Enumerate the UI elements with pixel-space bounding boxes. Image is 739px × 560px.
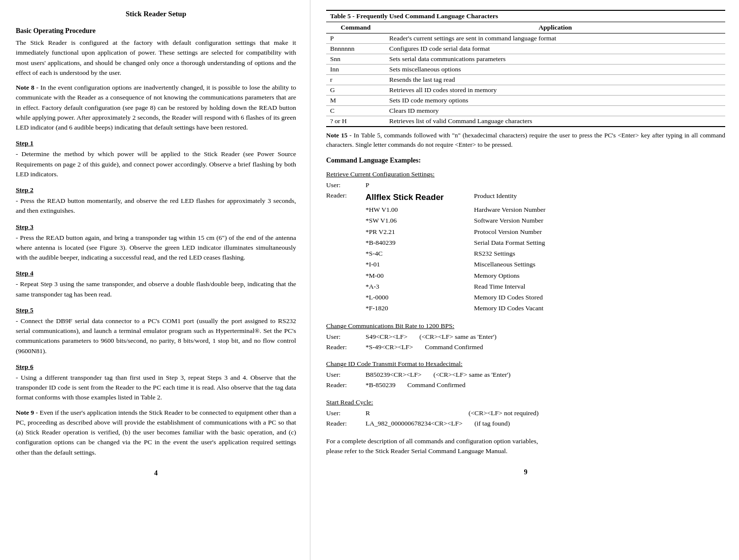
change-bps-block: Change Communications Bit Rate to 1200 B…	[326, 322, 725, 353]
note9: Note 9 - Even if the user's application …	[16, 408, 296, 458]
change-bps-reader-row: Reader: *S-49<CR><LF> Command Confirmed	[326, 342, 725, 352]
table-cell-command: P	[326, 33, 385, 44]
response-desc: Memory ID Codes Vacant	[474, 303, 725, 314]
step1-block: Step 1 - Determine the method by which p…	[16, 139, 296, 179]
table-cell-command: Bnnnnnn	[326, 44, 385, 54]
table-row: BnnnnnnConfigures ID code serial data fo…	[326, 44, 725, 54]
table-row: PReader's current settings are sent in c…	[326, 33, 725, 44]
response-val: *SW V1.06	[366, 215, 474, 226]
table-cell-command: G	[326, 85, 385, 96]
table-cell-command: Inn	[326, 65, 385, 75]
step4-text: - Repeat Step 3 using the same transpond…	[16, 279, 296, 299]
step6-block: Step 6 - Using a different transponder t…	[16, 363, 296, 403]
response-item: *L-0000Memory ID Codes Stored	[366, 292, 725, 303]
response-desc: Product Identity	[474, 191, 725, 204]
table-row: ? or HRetrieves list of valid Command La…	[326, 116, 725, 127]
step5-text: - Connect the DB9F serial data connector…	[16, 316, 296, 356]
table-title: Table 5 - Frequently Used Command Langua…	[330, 12, 498, 20]
response-item: *SW V1.06Software Version Number	[366, 215, 725, 226]
table-note-text: - In Table 5, commands followed with "n"…	[326, 132, 725, 148]
left-page-number: 4	[16, 469, 296, 477]
table-cell-command: r	[326, 75, 385, 85]
table-header-application: Application	[385, 22, 725, 33]
table-note-label: Note 15	[326, 132, 347, 139]
response-item: *F-1820Memory ID Codes Vacant	[366, 303, 725, 314]
change-bps-user-row: User: S49<CR><LF> (<CR><LF> same as 'Ent…	[326, 332, 725, 342]
change-hex-reader-label: Reader:	[326, 380, 366, 390]
response-desc: Serial Data Format Setting	[474, 237, 725, 248]
final-note-line2: please refer to the Stick Reader Serial …	[326, 446, 725, 456]
change-bps-user-note: (<CR><LF> same as 'Enter')	[419, 332, 496, 342]
start-read-user-val: R	[366, 408, 370, 418]
response-item: *PR V2.21Protocol Version Number	[366, 227, 725, 237]
step5-heading: Step 5	[16, 306, 296, 314]
change-bps-user-label: User:	[326, 332, 366, 342]
change-hex-block: Change ID Code Transmit Format to Hexade…	[326, 360, 725, 391]
retrieve-user-val: P	[366, 180, 370, 190]
left-page-title: Stick Reader Setup	[16, 10, 296, 18]
table-cell-application: Retrieves all ID codes stored in memory	[385, 85, 725, 96]
response-val: *B-840239	[366, 237, 474, 248]
step1-text: - Determine the method by which power wi…	[16, 149, 296, 179]
change-bps-user-val: S49<CR><LF>	[366, 332, 407, 342]
retrieve-reader-label: Reader:	[326, 191, 366, 314]
right-page-number: 9	[326, 468, 725, 476]
start-read-reader-note: (if tag found)	[474, 419, 510, 428]
command-table: Table 5 - Frequently Used Command Langua…	[326, 10, 725, 127]
response-val: *F-1820	[366, 303, 474, 314]
response-item: *S-4CRS232 Settings	[366, 248, 725, 259]
response-desc: Memory ID Codes Stored	[474, 292, 725, 303]
table-note: Note 15 - In Table 5, commands followed …	[326, 131, 725, 150]
response-val: *M-00	[366, 270, 474, 281]
response-desc: Hardware Version Number	[474, 204, 725, 215]
change-hex-user-label: User:	[326, 370, 366, 380]
change-hex-reader-val: *B-850239	[366, 380, 396, 390]
section1-para1: The Stick Reader is configured at the fa…	[16, 38, 296, 78]
table-row: InnSets miscellaneous options	[326, 65, 725, 75]
change-bps-reader-label: Reader:	[326, 342, 366, 352]
response-item: *HW V1.00Hardware Version Number	[366, 204, 725, 215]
final-note-line1: For a complete description of all comman…	[326, 436, 725, 446]
table-cell-application: Sets miscellaneous options	[385, 65, 725, 75]
final-note: For a complete description of all comman…	[326, 436, 725, 457]
response-item: Allflex Stick ReaderProduct Identity	[366, 191, 725, 204]
table-container: Table 5 - Frequently Used Command Langua…	[326, 10, 725, 127]
note9-label: Note 9	[16, 409, 34, 416]
table-header-command: Command	[326, 22, 385, 33]
retrieve-user-label: User:	[326, 180, 366, 190]
response-val: *I-01	[366, 259, 474, 270]
right-column: Table 5 - Frequently Used Command Langua…	[310, 0, 739, 560]
step6-heading: Step 6	[16, 363, 296, 371]
response-desc: Software Version Number	[474, 215, 725, 226]
change-hex-heading: Change ID Code Transmit Format to Hexade…	[326, 360, 725, 368]
response-desc: RS232 Settings	[474, 248, 725, 259]
change-hex-user-row: User: B850239<CR><LF> (<CR><LF> same as …	[326, 370, 725, 380]
response-val: *HW V1.00	[366, 204, 474, 215]
response-item: *A-3Read Time Interval	[366, 281, 725, 292]
retrieve-block: Retrieve Current Configuration Settings:…	[326, 170, 725, 314]
response-desc: Protocol Version Number	[474, 227, 725, 237]
response-item: *M-00Memory Options	[366, 270, 725, 281]
table-cell-application: Sets ID code memory options	[385, 96, 725, 106]
retrieve-responses: Allflex Stick ReaderProduct Identity*HW …	[366, 191, 725, 314]
response-val: *A-3	[366, 281, 474, 292]
step6-text: - Using a different transponder tag than…	[16, 373, 296, 403]
table-cell-command: C	[326, 106, 385, 116]
table-cell-command: Snn	[326, 54, 385, 65]
start-read-user-note: (<CR><LF> not required)	[469, 408, 538, 418]
step2-block: Step 2 - Press the READ button momentari…	[16, 186, 296, 216]
step3-heading: Step 3	[16, 223, 296, 231]
response-desc: Read Time Interval	[474, 281, 725, 292]
start-read-reader-val: LA_982_000000678234<CR><LF>	[366, 419, 463, 428]
step3-block: Step 3 - Press the READ button again, an…	[16, 223, 296, 263]
step5-block: Step 5 - Connect the DB9F serial data co…	[16, 306, 296, 356]
examples-heading: Command Language Examples:	[326, 157, 725, 165]
response-val: Allflex Stick Reader	[366, 191, 474, 204]
start-read-heading: Start Read Cycle:	[326, 398, 725, 406]
response-desc: Memory Options	[474, 270, 725, 281]
change-bps-reader-note: Command Confirmed	[425, 342, 483, 352]
retrieve-user-row: User: P	[326, 180, 725, 190]
section1-heading: Basic Operating Procedure	[16, 27, 296, 35]
step1-heading: Step 1	[16, 139, 296, 147]
note9-text: - Even if the user's application intends…	[16, 409, 296, 456]
